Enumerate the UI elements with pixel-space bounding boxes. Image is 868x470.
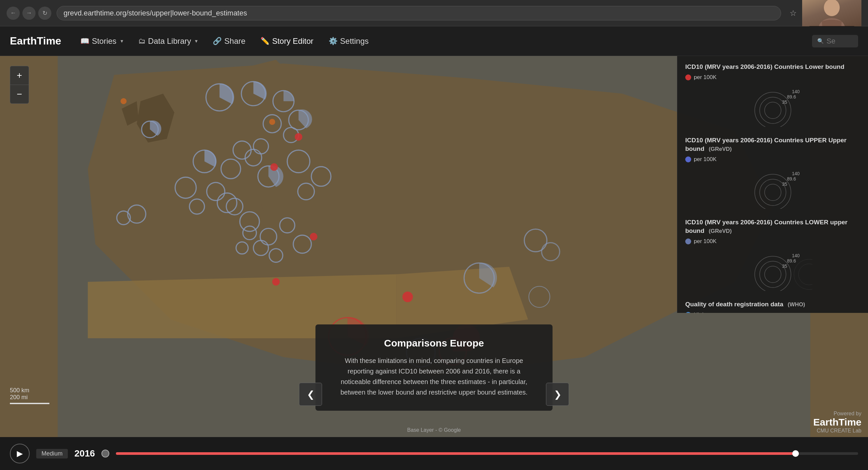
zoom-out-button[interactable]: − — [10, 85, 29, 103]
legend-quality-title: Quality of death registration data (WHO) — [685, 300, 860, 309]
speed-badge[interactable]: Medium — [36, 449, 68, 459]
svg-text:140: 140 — [792, 171, 800, 176]
nav-data-library-label: Data Library — [148, 37, 191, 46]
legend-lower-upper-per: per 100K — [685, 238, 860, 245]
nav-story-editor[interactable]: ✏️ Story Editor — [254, 34, 319, 49]
svg-text:140: 140 — [792, 253, 800, 258]
nav-share-label: Share — [224, 37, 245, 46]
forward-button[interactable]: → — [22, 7, 36, 20]
story-popup-title: Comparisons Europe — [332, 338, 536, 349]
stories-icon: 📖 — [80, 37, 89, 45]
nav-settings-label: Settings — [340, 37, 369, 46]
nav-settings[interactable]: ⚙️ Settings — [323, 34, 375, 49]
legend-section-lower-upper: ICD10 (MRV years 2006-2016) Countries LO… — [685, 218, 860, 291]
svg-text:89.6: 89.6 — [787, 258, 796, 263]
nav-story-editor-label: Story Editor — [272, 37, 313, 46]
svg-text:89.6: 89.6 — [787, 94, 796, 99]
back-button[interactable]: ← — [7, 7, 20, 20]
timeline-thumb[interactable] — [792, 450, 799, 457]
scale-500km: 500 km — [10, 387, 50, 394]
share-icon: 🔗 — [213, 37, 222, 45]
legend-icd10-lower-upper-title: ICD10 (MRV years 2006-2016) Countries LO… — [685, 218, 860, 236]
story-prev-button[interactable]: ❮ — [299, 383, 322, 406]
legend-lower-dot — [685, 74, 691, 81]
nav-stories-label: Stories — [92, 37, 117, 46]
legend-lower-upper-dot — [685, 239, 691, 244]
svg-point-58 — [765, 184, 781, 200]
earthtime-brand: EarthTime — [813, 417, 861, 428]
svg-point-52 — [765, 102, 781, 119]
map-container[interactable]: + − 500 km 200 mi Comparisons Europe Wit… — [0, 56, 868, 470]
timeline-bar: ▶ Medium 2016 — [0, 437, 868, 470]
legend-upper-circles: 140 89.6 35 — [733, 166, 812, 209]
app-logo: EarthTime — [10, 35, 61, 47]
map-scale: 500 km 200 mi — [10, 387, 50, 404]
svg-text:35: 35 — [782, 182, 787, 187]
stories-chevron: ▾ — [121, 38, 123, 44]
nav-stories[interactable]: 📖 Stories ▾ — [74, 34, 129, 49]
play-button[interactable]: ▶ — [10, 444, 30, 463]
settings-icon: ⚙️ — [329, 37, 338, 45]
base-layer-label: Base Layer - © Google — [407, 427, 461, 433]
legend-icd10-lower-title: ICD10 (MRV years 2006-2016) Countries Lo… — [685, 63, 860, 71]
header-nav: 📖 Stories ▾ 🗂 Data Library ▾ 🔗 Share ✏️ … — [74, 34, 375, 49]
nav-data-library[interactable]: 🗂 Data Library ▾ — [132, 34, 204, 49]
scale-bar — [10, 403, 50, 404]
bookmark-icon[interactable]: ☆ — [789, 8, 797, 18]
legend-section-upper: ICD10 (MRV years 2006-2016) Countries UP… — [685, 136, 860, 209]
legend-lower-per: per 100K — [685, 74, 860, 81]
quality-high-dot — [685, 312, 691, 313]
powered-by-label: Powered by — [813, 411, 861, 417]
svg-text:35: 35 — [782, 263, 787, 269]
powered-by: Powered by EarthTime CMU CREATE Lab — [813, 411, 861, 434]
search-input[interactable] — [827, 37, 853, 45]
search-bar[interactable]: 🔍 — [812, 35, 858, 48]
data-library-icon: 🗂 — [138, 37, 146, 45]
legend-panel: ICD10 (MRV years 2006-2016) Countries Lo… — [677, 56, 868, 313]
legend-section-quality: Quality of death registration data (WHO)… — [685, 300, 860, 313]
address-bar[interactable]: grevd.earthtime.org/stories/upper|lower-… — [57, 6, 781, 21]
story-popup-text: With these limitations in mind, comparin… — [332, 355, 536, 398]
time-dot — [101, 449, 109, 458]
legend-section-lower: ICD10 (MRV years 2006-2016) Countries Lo… — [685, 63, 860, 127]
data-library-chevron: ▾ — [195, 38, 197, 44]
timeline-track[interactable] — [116, 452, 858, 455]
legend-lower-upper-circles: 140 89.6 35 — [733, 248, 812, 291]
url-text: grevd.earthtime.org/stories/upper|lower-… — [64, 9, 247, 18]
svg-point-67 — [799, 264, 812, 285]
scale-200mi: 200 mi — [10, 394, 50, 401]
refresh-button[interactable]: ↻ — [38, 7, 51, 20]
legend-upper-per: per 100K — [685, 156, 860, 163]
svg-text:89.6: 89.6 — [787, 176, 796, 182]
story-next-button[interactable]: ❯ — [546, 383, 569, 406]
svg-point-64 — [765, 266, 781, 283]
svg-point-0 — [824, 0, 840, 16]
svg-text:140: 140 — [792, 89, 800, 94]
search-icon: 🔍 — [817, 38, 824, 44]
story-editor-icon: ✏️ — [260, 37, 269, 45]
app-header: EarthTime 📖 Stories ▾ 🗂 Data Library ▾ 🔗… — [0, 26, 868, 56]
legend-lower-circles: 140 89.6 35 — [733, 84, 812, 127]
nav-share[interactable]: 🔗 Share — [207, 34, 251, 49]
legend-upper-dot — [685, 156, 691, 162]
quality-high: High — [685, 312, 860, 313]
year-label: 2016 — [74, 448, 95, 459]
browser-nav-buttons: ← → ↻ — [7, 7, 51, 20]
browser-chrome: ← → ↻ grevd.earthtime.org/stories/upper|… — [0, 0, 868, 26]
svg-text:35: 35 — [782, 99, 787, 105]
cmu-label: CMU CREATE Lab — [813, 428, 861, 434]
timeline-progress — [116, 452, 799, 455]
legend-icd10-upper-title: ICD10 (MRV years 2006-2016) Countries UP… — [685, 136, 860, 154]
zoom-in-button[interactable]: + — [10, 66, 29, 85]
zoom-controls: + − — [10, 66, 29, 104]
story-popup: Comparisons Europe With these limitation… — [315, 324, 553, 411]
